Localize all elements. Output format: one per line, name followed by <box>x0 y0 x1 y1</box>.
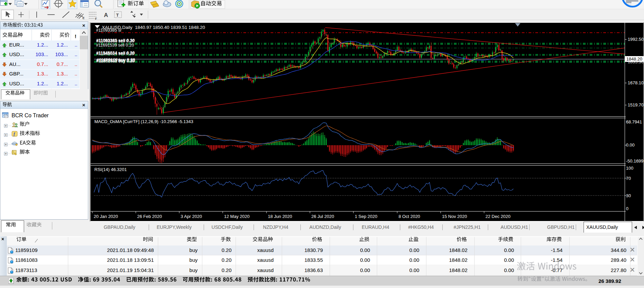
svg-text:70: 70 <box>626 176 631 181</box>
svg-text:0.00: 0.00 <box>626 142 634 148</box>
svg-text:8 Oct 2020: 8 Oct 2020 <box>399 214 420 219</box>
svg-text:#11565014 sell 0.20: #11565014 sell 0.20 <box>96 51 134 56</box>
svg-text:20 Jan 2020: 20 Jan 2020 <box>94 214 118 219</box>
svg-text:18 Jun 2020: 18 Jun 2020 <box>268 214 292 219</box>
svg-text:1848.20: 1848.20 <box>626 56 642 62</box>
svg-text:-50.1699: -50.1699 <box>626 158 643 164</box>
svg-text:#11093385 sl: #11093385 sl <box>96 28 121 33</box>
svg-text:#11691539 sell 0.20: #11691539 sell 0.20 <box>96 43 134 48</box>
svg-text:1519.70: 1519.70 <box>628 102 644 107</box>
svg-text:RSI(14) 46.3201: RSI(14) 46.3201 <box>94 167 127 172</box>
svg-text:30: 30 <box>626 193 631 198</box>
svg-text:100: 100 <box>626 166 633 171</box>
svg-text:1992.50: 1992.50 <box>628 37 644 42</box>
svg-text:MACD_OsMA [CurrTF] (12,26,9) -: MACD_OsMA [CurrTF] (12,26,9) -10.2566 -5… <box>94 119 193 124</box>
svg-text:3 Apr 2020: 3 Apr 2020 <box>181 214 202 219</box>
svg-text:68.7941: 68.7941 <box>626 119 642 124</box>
svg-text:26 Feb 2020: 26 Feb 2020 <box>137 214 162 219</box>
svg-text:1678.10: 1678.10 <box>628 80 644 85</box>
svg-text:0: 0 <box>626 206 628 211</box>
svg-text:15 Nov 2020: 15 Nov 2020 <box>442 214 467 219</box>
svg-text:26 Jul 2020: 26 Jul 2020 <box>311 214 334 219</box>
svg-text:12 May 2020: 12 May 2020 <box>224 214 250 219</box>
svg-text:#11859109 buy 0.20: #11859109 buy 0.20 <box>97 57 135 62</box>
svg-text:22 Dec 2020: 22 Dec 2020 <box>485 214 511 219</box>
svg-text:1 Sep 2020: 1 Sep 2020 <box>355 214 378 219</box>
